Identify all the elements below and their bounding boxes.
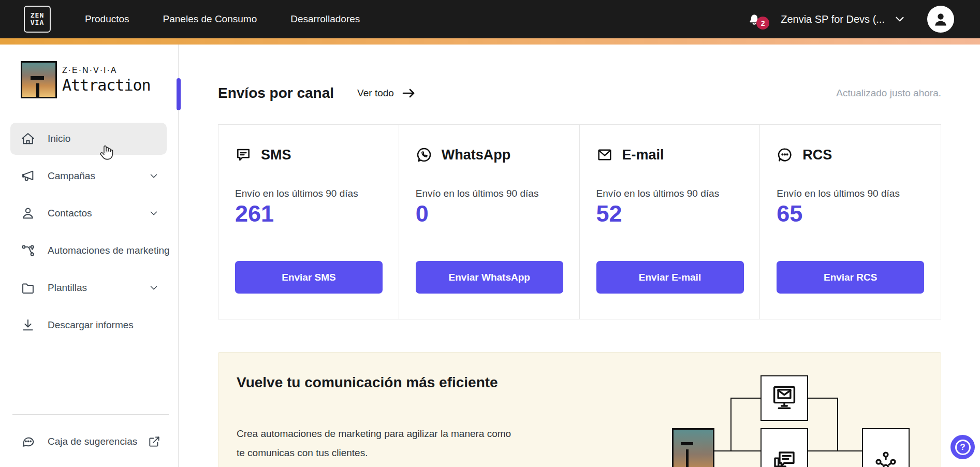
automation-icon (21, 243, 35, 258)
illustration-photo-tile (672, 428, 714, 467)
see-all-link[interactable]: Ver todo (357, 87, 417, 99)
channel-card-sms: SMS Envío en los últimos 90 días 261 Env… (218, 125, 399, 319)
top-navbar: ZEN VIA Productos Paneles de Consumo Des… (0, 0, 980, 38)
attraction-brand-image (21, 61, 57, 98)
see-all-label: Ver todo (357, 87, 394, 99)
channel-period-label: Envío en los últimos 90 días (777, 188, 900, 199)
banner-body: Crea automaciones de marketing para agil… (237, 424, 519, 462)
sidebar-divider (12, 414, 169, 415)
sidebar-item-plantillas[interactable]: Plantillas (10, 272, 167, 304)
channel-value: 65 (777, 200, 802, 227)
mouse-cursor-icon (98, 143, 115, 163)
illustration-email-monitor-icon (760, 375, 808, 421)
channel-card-email: E-mail Envío en los últimos 90 días 52 E… (580, 125, 760, 319)
sidebar-item-inicio[interactable]: Inicio (10, 123, 167, 155)
email-icon (596, 147, 613, 163)
attraction-brand-text: Z·E·N·V·I·A Attraction (62, 66, 151, 94)
sidebar-item-descargar-informes[interactable]: Descargar informes (10, 309, 167, 341)
avatar[interactable] (927, 6, 954, 33)
folder-icon (21, 281, 35, 295)
nav-item-productos[interactable]: Productos (85, 13, 129, 25)
brand-zenvia-label: Z·E·N·V·I·A (62, 66, 151, 75)
zenvia-logo-text-bottom: VIA (31, 19, 44, 26)
sidebar: Z·E·N·V·I·A Attraction Inicio Campañas (0, 45, 179, 467)
channel-name: E-mail (622, 147, 664, 163)
sms-icon (235, 147, 252, 163)
sidebar-item-contactos[interactable]: Contactos (10, 197, 167, 229)
download-icon (21, 318, 35, 332)
enviar-whatsapp-button[interactable]: Enviar WhatsApp (416, 261, 563, 294)
whatsapp-icon (416, 147, 432, 163)
channel-name: RCS (802, 147, 832, 163)
updated-status: Actualizado justo ahora. (836, 87, 941, 99)
zenvia-logo[interactable]: ZEN VIA (24, 6, 51, 33)
sidebar-item-campanas[interactable]: Campañas (10, 160, 167, 192)
sidebar-item-automaciones[interactable]: Automaciones de marketing (10, 235, 167, 267)
attraction-brand[interactable]: Z·E·N·V·I·A Attraction (21, 61, 151, 98)
channel-cards: SMS Envío en los últimos 90 días 261 Env… (218, 124, 941, 319)
sidebar-item-label: Contactos (48, 208, 92, 219)
zenvia-logo-text-top: ZEN (31, 12, 44, 19)
channel-card-rcs: RCS Envío en los últimos 90 días 65 Envi… (760, 125, 941, 319)
sidebar-item-caja-de-sugerencias[interactable]: Caja de sugerencias (10, 426, 168, 457)
nav-item-desarrolladores[interactable]: Desarrolladores (290, 13, 360, 25)
sidebar-menu: Inicio Campañas Contactos (0, 123, 179, 346)
user-icon (930, 9, 951, 30)
sidebar-item-label: Automaciones de marketing (48, 245, 170, 256)
chevron-down-icon (893, 12, 906, 26)
chevron-down-icon (148, 208, 159, 219)
account-name: Zenvia SP for Devs (... (781, 13, 885, 25)
question-mark-icon: ? (955, 440, 971, 455)
person-icon (21, 206, 35, 221)
navbar-right-group: 2 Zenvia SP for Devs (... (747, 6, 980, 33)
notifications-button[interactable]: 2 (747, 11, 762, 27)
banner-title: Vuelve tu comunicación más eficiente (237, 374, 498, 391)
promo-banner: Vuelve tu comunicación más eficiente Cre… (218, 352, 941, 467)
main-content: Envíos por canal Ver todo Actualizado ju… (179, 45, 980, 467)
channel-value: 261 (235, 200, 274, 227)
notification-count-badge: 2 (756, 17, 769, 30)
sidebar-item-label: Descargar informes (48, 319, 134, 331)
channel-name: SMS (261, 147, 291, 163)
enviar-sms-button[interactable]: Enviar SMS (235, 261, 383, 294)
enviar-email-button[interactable]: Enviar E-mail (596, 261, 744, 294)
channel-period-label: Envío en los últimos 90 días (235, 188, 358, 199)
arrow-right-icon (401, 87, 417, 99)
sidebar-item-label: Plantillas (48, 282, 87, 294)
channel-period-label: Envío en los últimos 90 días (596, 188, 720, 199)
channel-value: 52 (596, 200, 622, 227)
home-icon (21, 132, 35, 146)
brand-attraction-label: Attraction (62, 76, 151, 94)
sidebar-item-label: Inicio (48, 133, 70, 144)
channel-name: WhatsApp (442, 147, 510, 163)
nav-item-paneles-de-consumo[interactable]: Paneles de Consumo (163, 13, 257, 25)
megaphone-icon (21, 169, 35, 183)
external-link-icon (148, 435, 161, 448)
account-switcher[interactable]: Zenvia SP for Devs (... (781, 12, 906, 26)
brand-gradient-bar (0, 38, 980, 45)
chat-bubble-icon (21, 434, 35, 449)
illustration-chat-icon (760, 428, 808, 467)
page-title: Envíos por canal (218, 85, 334, 101)
chevron-down-icon (148, 170, 159, 182)
top-nav-menu: Productos Paneles de Consumo Desarrollad… (85, 13, 360, 25)
channel-period-label: Envío en los últimos 90 días (416, 188, 539, 199)
sidebar-item-label: Caja de sugerencias (48, 436, 137, 447)
sidebar-item-label: Campañas (48, 170, 95, 182)
help-button[interactable]: ? (950, 435, 975, 459)
chevron-down-icon (148, 282, 159, 294)
channel-card-whatsapp: WhatsApp Envío en los últimos 90 días 0 … (399, 125, 580, 319)
rcs-icon (777, 147, 793, 163)
illustration-people-network-icon (862, 428, 910, 467)
enviar-rcs-button[interactable]: Enviar RCS (777, 261, 924, 294)
channel-value: 0 (416, 200, 429, 227)
active-item-indicator (177, 78, 181, 110)
section-header: Envíos por canal Ver todo Actualizado ju… (218, 85, 941, 101)
